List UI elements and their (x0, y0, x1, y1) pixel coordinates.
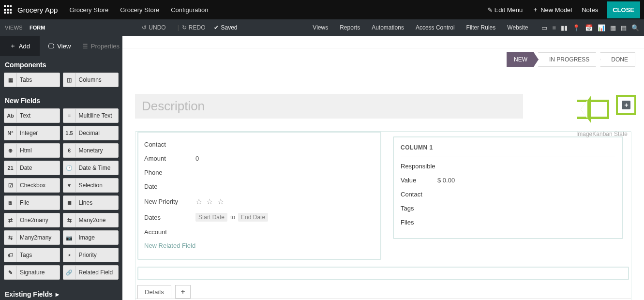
field-icon: ✎ (4, 266, 17, 279)
field-label: Priority (76, 252, 97, 258)
nav-link-grocery-1[interactable]: Grocery Store (69, 6, 108, 14)
field-many2many[interactable]: ⇆Many2many (4, 230, 60, 245)
end-date-input[interactable]: End Date (238, 213, 268, 222)
toolbar-access-control[interactable]: Access Control (416, 24, 455, 31)
column-1-heading: COLUMN 1 (401, 144, 615, 156)
existing-fields-toggle[interactable]: Existing Fields ▸ (0, 285, 122, 300)
apps-icon[interactable] (4, 5, 13, 14)
toolbar-filter-rules[interactable]: Filter Rules (466, 24, 496, 31)
field-one2many[interactable]: ⇄One2many (4, 213, 60, 227)
field-monetary[interactable]: €Monetary (63, 143, 119, 158)
field-tags[interactable]: 🏷Tags (4, 248, 60, 262)
field-selection[interactable]: ▼Selection (63, 178, 119, 193)
field-icon: ⇆ (4, 231, 17, 244)
field-related-field[interactable]: 🔗Related Field (63, 265, 119, 280)
sidebar-tab-properties[interactable]: ☰ Properties (79, 36, 122, 56)
field-many2one[interactable]: ⇆Many2one (63, 213, 119, 227)
plus-icon: ＋ (532, 5, 539, 14)
field-html[interactable]: ⊕Html (4, 143, 60, 158)
toolbar-reports[interactable]: Reports (340, 24, 360, 31)
field-label: Related Field (76, 269, 113, 276)
toolbar-automations[interactable]: Automations (372, 24, 404, 31)
field-icon: N° (4, 126, 17, 140)
columns-icon: ◫ (63, 73, 76, 87)
notebook-placeholder[interactable] (137, 267, 629, 280)
value-value[interactable]: $ 0.00 (437, 177, 455, 184)
field-label: Checkbox (17, 182, 45, 189)
field-icon: 🗎 (4, 196, 17, 210)
field-icon: 📷 (63, 231, 76, 244)
field-text[interactable]: AbText (4, 108, 60, 123)
component-label: Columns (76, 76, 102, 83)
field-file[interactable]: 🗎File (4, 195, 60, 210)
field-signature[interactable]: ✎Signature (4, 265, 60, 280)
status-done[interactable]: DONE (600, 52, 635, 67)
edit-menu-button[interactable]: ✎ Edit Menu (487, 6, 523, 14)
field-label: Lines (76, 199, 93, 206)
field-label: Image (76, 234, 95, 241)
search-icon[interactable]: 🔍 (631, 24, 639, 31)
field-priority[interactable]: ⋆Priority (63, 248, 119, 262)
form-body: Contact Amount0 Phone Date New Priority☆… (135, 131, 631, 300)
redo-label: REDO (189, 24, 206, 31)
pivot-view-icon[interactable]: ▦ (610, 24, 616, 31)
field-icon: Ab (4, 109, 17, 122)
nav-link-grocery-2[interactable]: Grocery Store (120, 6, 159, 14)
account-label: Account (144, 228, 195, 236)
undo-label: UNDO (149, 24, 165, 31)
component-tabs[interactable]: ▦Tabs (4, 73, 60, 87)
field-integer[interactable]: N°Integer (4, 126, 60, 140)
responsible-label: Responsible (401, 163, 437, 170)
status-new[interactable]: NEW (507, 52, 539, 67)
new-related-field-link[interactable]: New Related Field (144, 239, 374, 252)
description-title-input[interactable]: Description (135, 94, 523, 119)
highlight-arrow (577, 100, 609, 119)
graph-view-icon[interactable]: 📊 (598, 24, 605, 31)
form-view-icon[interactable]: ▭ (541, 24, 547, 31)
field-multiline-text[interactable]: ≡Multiline Text (63, 108, 119, 123)
field-image[interactable]: 📷Image (63, 230, 119, 245)
form-column-right: COLUMN 1 Responsible Value$ 0.00 Contact… (387, 132, 629, 260)
map-view-icon[interactable]: 📍 (572, 24, 580, 31)
toolbar-views[interactable]: Views (313, 24, 328, 31)
amount-value[interactable]: 0 (195, 155, 199, 162)
tab-add-button[interactable]: ＋ (175, 285, 191, 299)
status-in-progress[interactable]: IN PROGRESS (538, 52, 600, 67)
redo-button[interactable]: ↻REDO (182, 24, 206, 31)
new-fields-heading: New Fields (0, 92, 122, 108)
start-date-input[interactable]: Start Date (195, 213, 227, 222)
list-view-icon[interactable]: ≡ (552, 24, 556, 31)
field-icon: ≣ (63, 196, 76, 210)
new-model-button[interactable]: ＋ New Model (532, 5, 572, 14)
notes-button[interactable]: Notes (582, 6, 598, 14)
field-date-time[interactable]: 🕑Date & Time (63, 161, 119, 175)
fields-grid: AbText≡Multiline TextN°Integer1.5Decimal… (0, 108, 122, 285)
field-icon: 🕑 (63, 161, 76, 175)
field-label: Multiline Text (76, 112, 112, 119)
saved-label: Saved (221, 24, 237, 31)
nav-link-configuration[interactable]: Configuration (171, 6, 208, 14)
sidebar-tab-add[interactable]: ＋ Add (0, 36, 40, 56)
priority-stars[interactable]: ☆ ☆ ☆ (195, 197, 225, 206)
sidebar-tab-view[interactable]: 🖵 View (40, 36, 79, 56)
field-icon: 1.5 (63, 126, 76, 140)
field-checkbox[interactable]: ☑Checkbox (4, 178, 60, 193)
kanban-view-icon[interactable]: ▮▮ (561, 24, 568, 31)
field-decimal[interactable]: 1.5Decimal (63, 126, 119, 140)
toolbar-website[interactable]: Website (507, 24, 528, 31)
tab-details[interactable]: Details (137, 285, 171, 299)
activity-view-icon[interactable]: ▤ (621, 24, 627, 31)
undo-button[interactable]: ↺UNDO (142, 24, 165, 31)
sidebar-tab-view-label: View (57, 43, 71, 50)
field-label: Many2many (17, 234, 51, 241)
sidebar: ＋ Add 🖵 View ☰ Properties Components ▦Ta… (0, 36, 122, 300)
component-columns[interactable]: ◫Columns (63, 73, 119, 87)
calendar-view-icon[interactable]: 📅 (585, 24, 593, 31)
close-button[interactable]: CLOSE (607, 1, 640, 18)
field-lines[interactable]: ≣Lines (63, 195, 119, 210)
field-icon: ⋆ (63, 248, 76, 262)
edit-menu-label: Edit Menu (494, 6, 523, 14)
field-icon: ⇆ (63, 213, 76, 227)
field-date[interactable]: 21Date (4, 161, 60, 175)
add-button-highlighted[interactable]: ＋ (622, 101, 630, 109)
